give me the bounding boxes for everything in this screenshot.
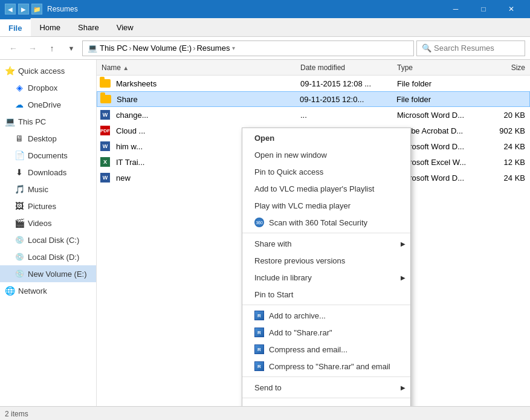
submenu-arrow-share: ▶ bbox=[401, 241, 406, 247]
sidebar-item-thispc[interactable]: 💻 This PC bbox=[0, 113, 96, 130]
path-sep-1: › bbox=[129, 44, 131, 53]
back-button[interactable]: ← bbox=[5, 40, 22, 57]
file-type-marksheets: File folder bbox=[395, 79, 479, 88]
col-header-name[interactable]: Name ▲ bbox=[99, 63, 298, 72]
sidebar-item-network[interactable]: 🌐 Network bbox=[0, 282, 96, 299]
music-icon: 🎵 bbox=[15, 184, 24, 194]
close-button[interactable]: ✕ bbox=[497, 0, 525, 18]
sidebar-item-dropbox[interactable]: ◈ Dropbox bbox=[0, 79, 96, 96]
ctx-add-archive[interactable]: R Add to archive... bbox=[242, 307, 410, 324]
ctx-play-vlc[interactable]: Play with VLC media player bbox=[242, 197, 410, 214]
refresh-button[interactable]: ▼ bbox=[63, 40, 80, 57]
ctx-restore-versions[interactable]: Restore previous versions bbox=[242, 252, 410, 269]
sidebar-item-localc[interactable]: 💿 Local Disk (C:) bbox=[0, 231, 96, 248]
file-date-change: ... bbox=[298, 111, 395, 120]
ctx-compress-share-email[interactable]: R Compress to "Share.rar" and email bbox=[242, 358, 410, 375]
file-list-header: Name ▲ Date modified Type Size bbox=[97, 60, 530, 76]
pictures-icon: 🖼 bbox=[15, 201, 24, 211]
dropbox-icon: ◈ bbox=[15, 83, 24, 92]
folder-icon-marksheets bbox=[99, 77, 111, 89]
sidebar-item-music[interactable]: 🎵 Music bbox=[0, 181, 96, 198]
address-path[interactable]: 💻 This PC › New Volume (E:) › Resumes ▾ bbox=[82, 40, 414, 56]
tab-view[interactable]: View bbox=[108, 18, 143, 36]
tab-share[interactable]: Share bbox=[69, 18, 108, 36]
icon-360-security: 360 bbox=[254, 218, 267, 227]
search-box[interactable]: 🔍 bbox=[416, 40, 525, 56]
forward-button[interactable]: → bbox=[24, 40, 41, 57]
up-button[interactable]: ↑ bbox=[44, 40, 60, 57]
tab-file[interactable]: File bbox=[0, 18, 31, 36]
sidebar-item-desktop[interactable]: 🖥 Desktop bbox=[0, 130, 96, 147]
sidebar-label-onedrive: OneDrive bbox=[28, 100, 61, 109]
submenu-arrow-sendto: ▶ bbox=[401, 384, 406, 391]
file-name-marksheets: Marksheets bbox=[114, 79, 298, 88]
ctx-add-vlc-playlist[interactable]: Add to VLC media player's Playlist bbox=[242, 180, 410, 197]
title-bar-forward-icon: ▶ bbox=[18, 4, 29, 15]
ctx-compress-share-email-label: Compress to "Share.rar" and email bbox=[269, 362, 390, 371]
title-bar-controls: ─ □ ✕ bbox=[442, 0, 525, 18]
sidebar-item-onedrive[interactable]: ☁ OneDrive bbox=[0, 96, 96, 113]
table-row[interactable]: Share 09-11-2015 12:0... File folder bbox=[97, 91, 530, 107]
sidebar-label-dropbox: Dropbox bbox=[28, 83, 57, 92]
submenu-arrow-library: ▶ bbox=[401, 274, 406, 281]
sidebar-item-locald[interactable]: 💿 Local Disk (D:) bbox=[0, 248, 96, 265]
sidebar-label-localc: Local Disk (C:) bbox=[28, 236, 79, 245]
file-size-it: 12 KB bbox=[479, 158, 528, 167]
star-icon: ⭐ bbox=[5, 66, 15, 76]
col-header-type[interactable]: Type bbox=[395, 63, 479, 72]
ctx-open[interactable]: Open bbox=[242, 129, 410, 146]
table-row[interactable]: W change... ... Microsoft Word D... 20 K… bbox=[97, 107, 530, 123]
title-bar-icons: ◀ ▶ 📁 bbox=[5, 4, 42, 15]
ctx-sep-1 bbox=[242, 233, 410, 233]
path-icon: 💻 bbox=[88, 44, 97, 53]
ctx-scan-360[interactable]: 360 Scan with 360 Total Security bbox=[242, 214, 410, 231]
sidebar-label-quick-access: Quick access bbox=[18, 66, 65, 76]
sidebar-item-pictures[interactable]: 🖼 Pictures bbox=[0, 198, 96, 215]
ctx-open-new-window[interactable]: Open in new window bbox=[242, 146, 410, 163]
ctx-add-share-rar[interactable]: R Add to "Share.rar" bbox=[242, 324, 410, 341]
path-sep-2: › bbox=[193, 44, 195, 53]
title-bar: ◀ ▶ 📁 Resumes ─ □ ✕ bbox=[0, 0, 530, 18]
sidebar-label-thispc: This PC bbox=[18, 117, 46, 126]
status-bar: 2 items bbox=[0, 406, 530, 420]
documents-icon: 📄 bbox=[15, 150, 24, 160]
tab-home[interactable]: Home bbox=[31, 18, 69, 36]
maximize-button[interactable]: □ bbox=[470, 0, 497, 18]
ctx-pin-start[interactable]: Pin to Start bbox=[242, 286, 410, 303]
search-input[interactable] bbox=[434, 44, 520, 53]
context-menu: Open Open in new window Pin to Quick acc… bbox=[242, 128, 411, 406]
sidebar-item-downloads[interactable]: ⬇ Downloads bbox=[0, 164, 96, 181]
col-header-date[interactable]: Date modified bbox=[298, 63, 395, 72]
sidebar-item-volume-e[interactable]: 💿 New Volume (E:) bbox=[0, 265, 96, 282]
col-header-size[interactable]: Size bbox=[479, 63, 528, 72]
desktop-icon: 🖥 bbox=[15, 134, 24, 143]
path-dropdown-icon: ▾ bbox=[232, 45, 235, 51]
table-row[interactable]: Marksheets 09-11-2015 12:08 ... File fol… bbox=[97, 76, 530, 91]
ctx-share-with[interactable]: Share with ▶ bbox=[242, 235, 410, 252]
ctx-scan-360-label: Scan with 360 Total Security bbox=[269, 218, 367, 227]
disk-c-icon: 💿 bbox=[15, 235, 24, 245]
sidebar-item-documents[interactable]: 📄 Documents bbox=[0, 147, 96, 164]
ctx-include-library-label: Include in library bbox=[254, 273, 312, 282]
rar-icon-4: R bbox=[254, 361, 267, 371]
sidebar-label-desktop: Desktop bbox=[28, 134, 57, 143]
disk-e-icon: 💿 bbox=[15, 269, 24, 279]
ctx-cut[interactable]: Cut bbox=[242, 400, 410, 406]
sidebar-label-network: Network bbox=[18, 286, 47, 296]
sidebar-label-pictures: Pictures bbox=[28, 202, 56, 211]
address-bar: ← → ↑ ▼ 💻 This PC › New Volume (E:) › Re… bbox=[0, 37, 530, 60]
ctx-send-to[interactable]: Send to ▶ bbox=[242, 379, 410, 396]
ctx-add-archive-label: Add to archive... bbox=[269, 311, 326, 320]
ctx-pin-quick-access[interactable]: Pin to Quick access bbox=[242, 163, 410, 180]
sidebar-item-quick-access[interactable]: ⭐ Quick access bbox=[0, 62, 96, 79]
ctx-include-library[interactable]: Include in library ▶ bbox=[242, 269, 410, 286]
sidebar-label-volume-e: New Volume (E:) bbox=[28, 270, 87, 279]
ctx-compress-email[interactable]: R Compress and email... bbox=[242, 341, 410, 358]
minimize-button[interactable]: ─ bbox=[442, 0, 470, 18]
rar-icon-3: R bbox=[254, 344, 267, 354]
onedrive-icon: ☁ bbox=[15, 100, 24, 109]
file-type-change: Microsoft Word D... bbox=[395, 111, 479, 120]
search-icon: 🔍 bbox=[422, 44, 431, 53]
sidebar-item-videos[interactable]: 🎬 Videos bbox=[0, 215, 96, 231]
file-size-him: 24 KB bbox=[479, 142, 528, 151]
